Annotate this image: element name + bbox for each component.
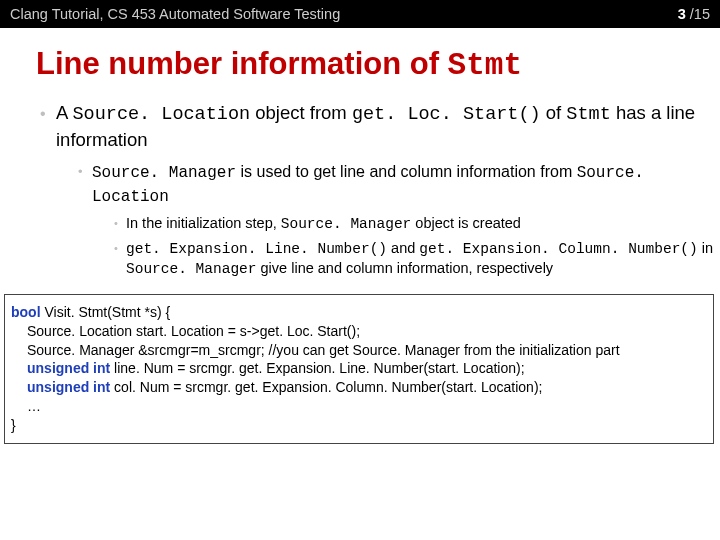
b4-m3: Source. Manager — [126, 261, 257, 277]
b4-a: and — [387, 240, 419, 256]
page-sep: / — [686, 6, 694, 22]
l1-rest: Visit. Stmt(Stmt *s) { — [41, 304, 171, 320]
page-current: 3 — [678, 6, 686, 22]
bullet-4: get. Expansion. Line. Number() and get. … — [114, 239, 720, 280]
page-total: 15 — [694, 6, 710, 22]
code-l5: unsigned int col. Num = srcmgr. get. Exp… — [11, 378, 703, 397]
b1-m1: Source. Location — [72, 104, 250, 125]
code-l4: unsigned int line. Num = srcmgr. get. Ex… — [11, 359, 703, 378]
b1-b: object from — [250, 102, 352, 123]
title-text: Line number information of — [36, 46, 448, 81]
l7: } — [11, 417, 16, 433]
title-mono: Stmt — [448, 48, 522, 83]
bullet-2: Source. Manager is used to get line and … — [78, 161, 720, 280]
code-l1: bool Visit. Stmt(Stmt *s) { — [11, 303, 703, 322]
b4-m1: get. Expansion. Line. Number() — [126, 241, 387, 257]
l5-wrap: unsigned int col. Num = srcmgr. get. Exp… — [11, 378, 542, 397]
l3: Source. Manager &srcmgr=m_srcmgr; //you … — [11, 341, 620, 360]
header-bar: Clang Tutorial, CS 453 Automated Softwar… — [0, 0, 720, 28]
l6: … — [11, 397, 41, 416]
b4-c: give line and column information, respec… — [257, 260, 554, 276]
code-l3: Source. Manager &srcmgr=m_srcmgr; //you … — [11, 341, 703, 360]
code-l7: } — [11, 416, 703, 435]
page-number: 3 /15 — [678, 6, 710, 22]
code-l6: … — [11, 397, 703, 416]
code-l2: Source. Location start. Location = s->ge… — [11, 322, 703, 341]
b3-b: object is created — [411, 215, 521, 231]
bullet-2-sub: In the initialization step, Source. Mana… — [114, 214, 720, 280]
l4-rest: line. Num = srcmgr. get. Expansion. Line… — [110, 360, 524, 376]
header-left: Clang Tutorial, CS 453 Automated Softwar… — [10, 6, 340, 22]
l2: Source. Location start. Location = s->ge… — [11, 322, 360, 341]
code-box: bool Visit. Stmt(Stmt *s) { Source. Loca… — [4, 294, 714, 444]
b3-m1: Source. Manager — [281, 216, 412, 232]
l5-rest: col. Num = srcmgr. get. Expansion. Colum… — [110, 379, 542, 395]
bullet-list: A Source. Location object from get. Loc.… — [40, 101, 720, 280]
kw-ui2: unsigned int — [27, 379, 110, 395]
b3-a: In the initialization step, — [126, 215, 281, 231]
l4-wrap: unsigned int line. Num = srcmgr. get. Ex… — [11, 359, 525, 378]
kw-bool: bool — [11, 304, 41, 320]
b2-m1: Source. Manager — [92, 164, 236, 182]
b4-m2: get. Expansion. Column. Number() — [419, 241, 697, 257]
b1-m3: Stmt — [566, 104, 610, 125]
b4-b: in — [698, 240, 713, 256]
bullet-1: A Source. Location object from get. Loc.… — [40, 101, 720, 280]
bullet-1-sub: Source. Manager is used to get line and … — [78, 161, 720, 280]
b1-m2: get. Loc. Start() — [352, 104, 541, 125]
kw-ui1: unsigned int — [27, 360, 110, 376]
bullet-3: In the initialization step, Source. Mana… — [114, 214, 720, 235]
b1-a: A — [56, 102, 72, 123]
b2-a: is used to get line and column informati… — [236, 163, 577, 180]
b1-c: of — [541, 102, 567, 123]
slide-title: Line number information of Stmt — [36, 46, 720, 83]
